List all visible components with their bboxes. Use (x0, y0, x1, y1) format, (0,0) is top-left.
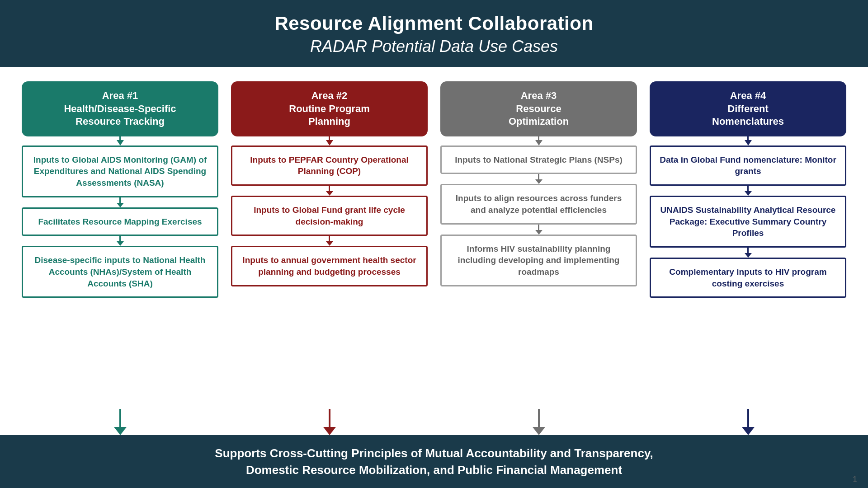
box-4-3: Complementary inputs to HIV program cost… (650, 258, 846, 298)
inter-arrow-3-2 (538, 225, 539, 235)
box-2-3: Inputs to annual government health secto… (231, 246, 428, 286)
box-2-2: Inputs to Global Fund grant life cycle d… (231, 196, 428, 236)
bottom-arrow-2 (321, 409, 338, 435)
columns: Area #1Health/Disease-SpecificResource T… (22, 81, 846, 435)
inter-arrow-2-1 (329, 186, 330, 196)
area-header-3: Area #3ResourceOptimization (440, 81, 637, 136)
column-2: Area #2Routine ProgramPlanning Inputs to… (231, 81, 428, 435)
column-4: Area #4DifferentNomenclatures Data in Gl… (650, 81, 846, 435)
bottom-arrow-1 (112, 409, 128, 435)
main-content: Area #1Health/Disease-SpecificResource T… (0, 67, 868, 435)
inter-arrow-1-1 (119, 197, 121, 207)
column-1: Area #1Health/Disease-SpecificResource T… (22, 81, 218, 435)
inter-arrow-4-2 (747, 248, 749, 258)
box-3-3: Informs HIV sustainability planning incl… (440, 235, 637, 286)
arrow-1-0 (119, 136, 121, 145)
page-number: 1 (853, 475, 857, 484)
inter-arrow-3-1 (538, 174, 539, 184)
slide: Resource Alignment Collaboration RADAR P… (0, 0, 868, 488)
area-header-1: Area #1Health/Disease-SpecificResource T… (22, 81, 218, 136)
inter-arrow-2-2 (329, 236, 330, 246)
header-subtitle: RADAR Potential Data Use Cases (18, 37, 850, 56)
box-1-1: Inputs to Global AIDS Monitoring (GAM) o… (22, 145, 218, 197)
arrow-3-0 (538, 136, 539, 145)
area-header-2: Area #2Routine ProgramPlanning (231, 81, 428, 136)
box-4-1: Data in Global Fund nomenclature: Monito… (650, 145, 846, 186)
bottom-arrow-4 (740, 409, 756, 435)
arrow-2-0 (329, 136, 330, 145)
box-2-1: Inputs to PEPFAR Country Operational Pla… (231, 145, 428, 186)
inter-arrow-1-2 (119, 236, 121, 246)
footer-banner: Supports Cross-Cutting Principles of Mut… (0, 435, 868, 488)
box-1-2: Facilitates Resource Mapping Exercises (22, 207, 218, 236)
header: Resource Alignment Collaboration RADAR P… (0, 0, 868, 67)
area-header-4: Area #4DifferentNomenclatures (650, 81, 846, 136)
footer-text: Supports Cross-Cutting Principles of Mut… (27, 445, 841, 478)
box-4-2: UNAIDS Sustainability Analytical Resourc… (650, 196, 846, 248)
box-1-3: Disease-specific inputs to National Heal… (22, 246, 218, 298)
arrow-4-0 (747, 136, 749, 145)
inter-arrow-4-1 (747, 186, 749, 196)
header-title: Resource Alignment Collaboration (18, 13, 850, 34)
column-3: Area #3ResourceOptimization Inputs to Na… (440, 81, 637, 435)
box-3-1: Inputs to National Strategic Plans (NSPs… (440, 145, 637, 174)
bottom-arrow-3 (531, 409, 547, 435)
box-3-2: Inputs to align resources across funders… (440, 184, 637, 224)
